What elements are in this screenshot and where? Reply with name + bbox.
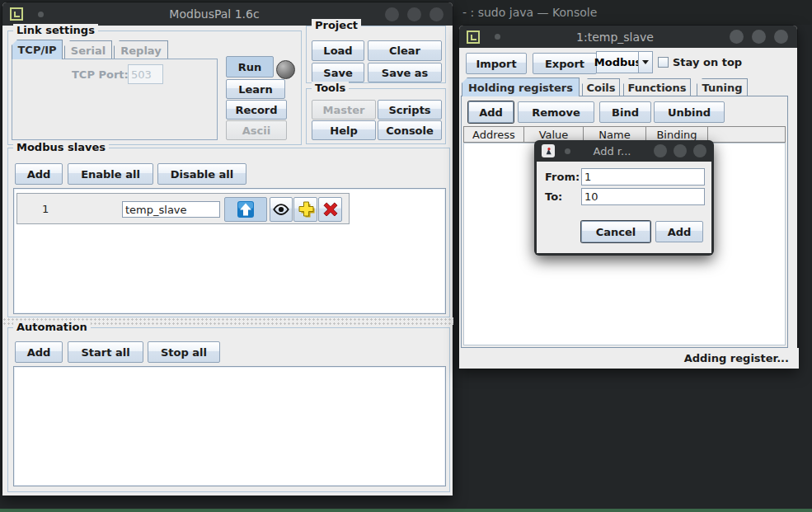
import-button[interactable]: Import (466, 53, 527, 74)
tab-tuning[interactable]: Tuning (697, 78, 748, 96)
status-text: Adding register... (684, 352, 789, 364)
tab-replay[interactable]: Replay (114, 40, 168, 59)
from-label: From: (545, 171, 580, 183)
project-group: Project Load Clear Save Save as (306, 26, 446, 83)
window-close-button[interactable] (429, 7, 444, 21)
load-button[interactable]: Load (312, 40, 364, 61)
disable-all-button[interactable]: Disable all (157, 163, 246, 185)
add-slave-button[interactable]: Add (15, 163, 63, 185)
titlebar-dot-icon (565, 148, 570, 154)
modbus-slaves-title: Modbus slaves (13, 141, 109, 153)
chevron-down-icon (642, 60, 649, 64)
learn-button[interactable]: Learn (226, 79, 285, 99)
status-bar: Adding register... (459, 348, 799, 369)
modbuspal-window: ModbusPal 1.6c Link settings TCP/IP Seri… (2, 2, 453, 496)
window-minimize-button[interactable] (730, 30, 744, 44)
dialog-add-button[interactable]: Add (655, 221, 703, 242)
window-close-button[interactable] (693, 144, 706, 157)
tools-title: Tools (312, 82, 349, 94)
window-minimize-button[interactable] (654, 144, 667, 157)
app-icon (467, 31, 480, 44)
automation-title: Automation (13, 321, 91, 333)
stay-on-top-checkbox[interactable] (658, 57, 669, 68)
dialog-title: Add r... (570, 145, 654, 157)
save-as-button[interactable]: Save as (368, 63, 442, 82)
bind-button[interactable]: Bind (599, 101, 651, 123)
app-icon (10, 7, 23, 21)
export-button[interactable]: Export (533, 53, 597, 74)
run-button[interactable]: Run (226, 56, 274, 78)
eye-icon (272, 200, 290, 218)
automation-list (13, 366, 446, 486)
to-label: To: (545, 190, 562, 203)
window-minimize-button[interactable] (385, 7, 399, 21)
slaves-list: 1 (13, 188, 446, 314)
link-settings-title: Link settings (13, 24, 98, 36)
record-button[interactable]: Record (226, 100, 287, 120)
cancel-button[interactable]: Cancel (581, 221, 650, 242)
enable-all-button[interactable]: Enable all (68, 163, 153, 185)
modbuspal-titlebar: ModbusPal 1.6c (2, 2, 453, 26)
plus-icon (296, 200, 316, 219)
slave-row: 1 (16, 193, 350, 224)
stay-on-top-label: Stay on top (673, 56, 742, 68)
arrow-up-icon (236, 200, 256, 219)
column-header-empty[interactable] (708, 126, 786, 143)
tcpip-panel: TCP Port: (12, 59, 218, 140)
slave-delete-button[interactable] (318, 197, 342, 222)
slave-name-input[interactable] (122, 201, 220, 218)
delete-x-icon (321, 200, 340, 219)
tab-serial[interactable]: Serial (64, 40, 112, 59)
tab-tcpip[interactable]: TCP/IP (12, 40, 63, 59)
to-input[interactable] (581, 188, 705, 205)
master-button[interactable]: Master (312, 100, 376, 120)
slave-view-button[interactable] (270, 197, 293, 222)
window-close-button[interactable] (774, 30, 788, 44)
tab-holding-registers[interactable]: Holding registers (462, 78, 580, 96)
tab-coils[interactable]: Coils (582, 78, 620, 96)
window-title: 1:temp_slave (500, 31, 730, 44)
column-header-address[interactable]: Address (463, 126, 524, 143)
tcp-port-input[interactable] (128, 64, 163, 84)
konsole-title: - : sudo java — Konsole (462, 6, 597, 19)
automation-group: Automation Add Start all Stop all (7, 327, 450, 492)
temp-slave-titlebar: 1:temp_slave (459, 26, 797, 48)
unbind-button[interactable]: Unbind (654, 101, 725, 123)
help-button[interactable]: Help (312, 120, 376, 140)
run-led-indicator (276, 60, 295, 79)
add-register-dialog: Add r... From: To: Cancel Add (534, 140, 714, 256)
window-maximize-button[interactable] (674, 144, 687, 157)
tools-group: Tools Master Scripts Help Console (306, 88, 446, 144)
modbuspal-content: Link settings TCP/IP Serial Replay TCP P… (2, 26, 453, 496)
remove-register-button[interactable]: Remove (518, 101, 594, 123)
save-button[interactable]: Save (312, 63, 364, 82)
link-settings-group: Link settings TCP/IP Serial Replay TCP P… (7, 31, 302, 145)
start-all-button[interactable]: Start all (68, 341, 143, 363)
modbus-slaves-group: Modbus slaves Add Enable all Disable all… (7, 148, 450, 317)
stop-all-button[interactable]: Stop all (148, 341, 220, 363)
window-maximize-button[interactable] (752, 30, 766, 44)
window-maximize-button[interactable] (407, 7, 421, 21)
clear-button[interactable]: Clear (368, 40, 442, 61)
console-button[interactable]: Console (378, 120, 442, 140)
add-automation-button[interactable]: Add (15, 341, 63, 363)
titlebar-dot-icon (495, 34, 500, 40)
mode-combobox[interactable]: Modbus (596, 51, 639, 73)
tab-functions[interactable]: Functions (623, 78, 691, 96)
slave-add-register-button[interactable] (293, 197, 317, 222)
slave-enable-toggle[interactable] (224, 197, 267, 222)
add-register-button[interactable]: Add (468, 101, 514, 123)
konsole-bottom-strip (0, 509, 812, 512)
dialog-body: From: To: Cancel Add (537, 162, 711, 253)
java-app-icon (542, 144, 555, 157)
ascii-button[interactable]: Ascii (226, 120, 287, 140)
konsole-titlebar: - : sudo java — Konsole (454, 0, 812, 25)
dialog-titlebar: Add r... (537, 140, 711, 162)
from-input[interactable] (581, 168, 705, 186)
scripts-button[interactable]: Scripts (378, 100, 442, 120)
slave-id: 1 (42, 203, 49, 215)
combobox-arrow-button[interactable] (638, 51, 653, 73)
titlebar-dot-icon (38, 12, 44, 17)
tcp-port-label: TCP Port: (72, 68, 129, 81)
desktop: - : sudo java — Konsole ModbusPal 1.6c L… (0, 0, 812, 512)
